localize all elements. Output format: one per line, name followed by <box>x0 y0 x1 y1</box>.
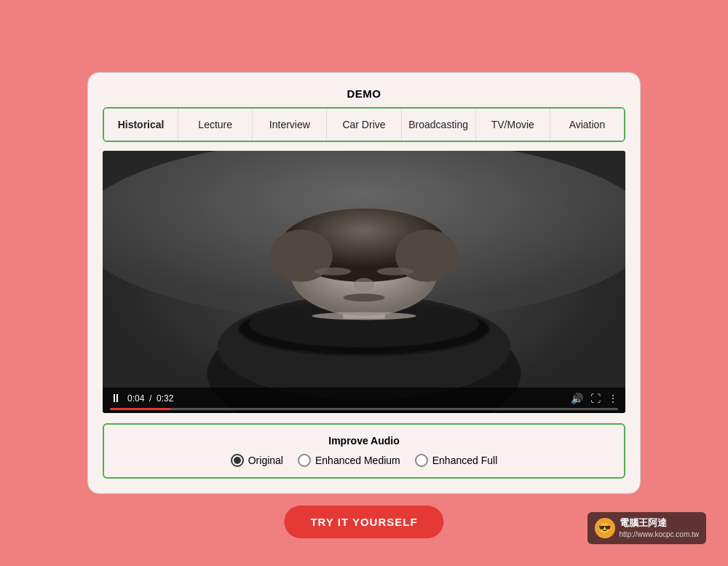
watermark-text: 電腦王阿達 http://www.kocpc.com.tw <box>620 516 699 540</box>
video-controls-bar: ⏸ 0:04 / 0:32 🔊 ⛶ ⋮ <box>103 388 625 413</box>
total-time: 0:32 <box>157 393 173 404</box>
try-it-yourself-button[interactable]: TRY IT YOURSELF <box>284 506 443 538</box>
radio-enhanced-medium-circle <box>298 454 311 467</box>
watermark-icon: 😎 <box>595 518 615 538</box>
radio-original-label: Original <box>248 455 283 466</box>
tab-tv-movie[interactable]: TV/Movie <box>476 109 550 141</box>
tab-lecture[interactable]: Lecture <box>178 109 253 141</box>
controls-top-row: ⏸ 0:04 / 0:32 🔊 ⛶ ⋮ <box>110 392 618 405</box>
radio-original-circle <box>231 454 244 467</box>
radio-enhanced-full-label: Enhanced Full <box>432 455 498 466</box>
radio-enhanced-medium-label: Enhanced Medium <box>315 455 400 466</box>
time-display: 0:04 / 0:32 <box>127 393 173 404</box>
video-frame <box>103 151 625 413</box>
radio-enhanced-full-circle <box>415 454 428 467</box>
watermark-site: http://www.kocpc.com.tw <box>620 530 699 540</box>
tabs-row: Historical Lecture Interview Car Drive B… <box>104 109 624 141</box>
watermark-brand: 電腦王阿達 <box>620 516 699 530</box>
pause-button[interactable]: ⏸ <box>110 392 122 405</box>
improve-audio-title: Improve Audio <box>119 435 609 447</box>
tab-broadcasting[interactable]: Broadcasting <box>402 109 476 141</box>
fullscreen-icon[interactable]: ⛶ <box>590 393 601 404</box>
audio-options-group: Original Enhanced Medium Enhanced Full <box>119 454 609 467</box>
progress-fill <box>110 408 171 410</box>
tabs-container: Historical Lecture Interview Car Drive B… <box>103 107 625 142</box>
tab-aviation[interactable]: Aviation <box>550 109 624 141</box>
svg-rect-16 <box>103 151 625 413</box>
controls-left-group: ⏸ 0:04 / 0:32 <box>110 392 173 405</box>
watermark: 😎 電腦王阿達 http://www.kocpc.com.tw <box>587 512 706 544</box>
cta-container: TRY IT YOURSELF <box>284 506 443 538</box>
radio-enhanced-full[interactable]: Enhanced Full <box>415 454 498 467</box>
video-bw-image <box>103 151 625 413</box>
main-card: DEMO Historical Lecture Interview Car Dr… <box>87 72 641 494</box>
progress-bar[interactable] <box>110 408 618 410</box>
volume-icon[interactable]: 🔊 <box>571 393 583 404</box>
tab-car-drive[interactable]: Car Drive <box>327 109 401 141</box>
video-player: ⏸ 0:04 / 0:32 🔊 ⛶ ⋮ <box>103 151 625 413</box>
more-options-icon[interactable]: ⋮ <box>608 393 618 404</box>
demo-title: DEMO <box>103 87 625 100</box>
radio-enhanced-medium[interactable]: Enhanced Medium <box>298 454 400 467</box>
current-time: 0:04 <box>127 393 144 404</box>
tab-historical[interactable]: Historical <box>104 109 178 141</box>
tab-interview[interactable]: Interview <box>253 109 327 141</box>
improve-audio-panel: Improve Audio Original Enhanced Medium E… <box>103 423 625 479</box>
controls-right-group: 🔊 ⛶ ⋮ <box>571 393 618 404</box>
radio-original[interactable]: Original <box>231 454 283 467</box>
